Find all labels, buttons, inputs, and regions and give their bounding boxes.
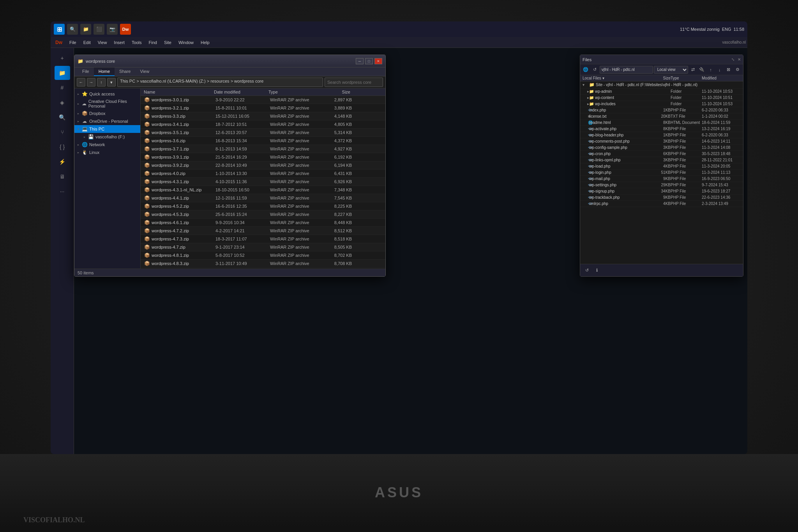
table-row[interactable]: 📦 wordpress-3.5.1.zip 12-6-2013 20:57 Wi… [141, 129, 385, 137]
panel-up-btn[interactable]: ↑ [707, 65, 715, 74]
search-input[interactable] [325, 78, 383, 87]
menu-view[interactable]: View [95, 39, 110, 46]
menu-file[interactable]: File [66, 39, 79, 46]
forward-button[interactable]: → [87, 78, 95, 87]
table-row[interactable]: 📦 wordpress-4.4.1.zip 12-1-2016 11:59 Wi… [141, 194, 385, 202]
menu-window[interactable]: Window [175, 39, 197, 46]
windows-button[interactable]: ⊞ [54, 24, 65, 35]
panel-refresh-btn[interactable]: ↺ [591, 65, 599, 74]
dw-tool-more[interactable]: ··· [55, 184, 70, 198]
panel-site-btn[interactable]: 🌐 [582, 65, 590, 74]
table-row[interactable]: 📦 wordpress-4.8.3.zip 3-11-2017 10:49 Wi… [141, 260, 385, 268]
dw-tool-server[interactable]: 🖥 [55, 170, 70, 184]
menu-help[interactable]: Help [198, 39, 213, 46]
panel-bottom-refresh[interactable]: ↺ [583, 266, 591, 275]
table-row[interactable]: 📦 wordpress-4.3.1-nl_NL.zip 18-10-2015 1… [141, 186, 385, 194]
tab-file[interactable]: File [78, 67, 94, 76]
nav-item-this-pc[interactable]: ▾ 💻 This PC [74, 125, 140, 133]
panel-site-root[interactable]: ▾ 📁 Site - vjfnl - HdR - pdtc.nl (F:\Web… [580, 81, 743, 88]
table-row[interactable]: 📦 wordpress-4.8.1.zip 5-8-2017 10:52 Win… [141, 251, 385, 260]
nav-item-dropbox[interactable]: ▸ 📦 Dropbox [74, 110, 140, 117]
nav-item-creative-cloud[interactable]: ▸ ☁ Creative Cloud Files Personal [74, 98, 140, 110]
recent-button[interactable]: ▾ [107, 78, 116, 87]
table-row[interactable]: 📦 wordpress-3.0.1.zip 3-9-2010 22:22 Win… [141, 96, 385, 104]
tab-share[interactable]: Share [115, 67, 135, 76]
maximize-button[interactable]: □ [365, 58, 373, 64]
table-row[interactable]: 📦 wordpress-3.3.zip 15-12-2011 16:05 Win… [141, 112, 385, 120]
menu-edit[interactable]: Edit [80, 39, 94, 46]
search-taskbar-icon[interactable]: 🔍 [67, 24, 78, 35]
list-item[interactable]: <> wp-mail.php 9KB PHP File 16-9-2023 06… [580, 176, 743, 182]
dw-tool-insert[interactable]: + [55, 51, 70, 65]
panel-down-btn[interactable]: ↓ [715, 65, 724, 74]
view-selector[interactable]: Local view Remote view [654, 66, 688, 74]
list-item[interactable]: <> wp-login.php 51KB PHP File 11-3-2024 … [580, 170, 743, 176]
back-button[interactable]: ← [77, 78, 85, 87]
panel-close-icon[interactable]: ✕ [738, 57, 741, 62]
list-item[interactable]: <> index.php 1KB PHP File 6-2-2020 06:33 [580, 107, 743, 113]
nav-item-onedrive[interactable]: ▸ ☁ OneDrive - Personal [74, 117, 140, 125]
list-item[interactable]: <> wp-activate.php 8KB PHP File 13-2-202… [580, 126, 743, 132]
table-row[interactable]: 📦 wordpress-3.4.1.zip 18-7-2012 10:51 Wi… [141, 120, 385, 129]
panel-sync-btn[interactable]: ⇄ [689, 65, 697, 74]
list-item[interactable]: ≡ license.txt 20KB TXT File 1-1-2024 00:… [580, 113, 743, 120]
dw-tool-behavior[interactable]: ⚡ [55, 155, 70, 169]
dw-tool-search[interactable]: 🔍 [55, 110, 70, 124]
nav-item-linux[interactable]: ▸ 🐧 Linux [74, 148, 140, 156]
table-row[interactable]: 📦 wordpress-4.3.1.zip 4-10-2015 11:36 Wi… [141, 178, 385, 186]
close-button[interactable]: ✕ [374, 58, 382, 64]
panel-expand-icon[interactable]: ⤡ [731, 57, 734, 62]
col-header-type[interactable]: Type [268, 90, 319, 94]
menu-insert[interactable]: Insert [111, 39, 128, 46]
dw-tool-snippets[interactable]: { } [55, 140, 70, 154]
taskbar-icon-1[interactable]: 📁 [80, 24, 91, 35]
panel-stop-btn[interactable]: ⊠ [724, 65, 733, 74]
dw-tool-files[interactable]: 📁 [55, 66, 70, 80]
dreamweaver-taskbar-icon[interactable]: Dw [120, 24, 131, 35]
table-row[interactable]: 📦 wordpress-4.5.2.zip 16-6-2016 12:35 Wi… [141, 202, 385, 210]
list-item[interactable]: <> wp-links-opml.php 3KB PHP File 28-11-… [580, 157, 743, 163]
nav-item-quick-access[interactable]: ▸ ⭐ Quick access [74, 90, 140, 98]
tab-view[interactable]: View [135, 67, 154, 76]
col-header-name[interactable]: Name [144, 90, 214, 94]
list-item[interactable]: ▸ 📁 wp-content Folder 11-10-2024 10:51 [580, 95, 743, 101]
table-row[interactable]: 📦 wordpress-3.9.1.zip 21-5-2014 16:29 Wi… [141, 153, 385, 161]
list-item[interactable]: <> wp-settings.php 29KB PHP File 9-7-202… [580, 182, 743, 188]
taskbar-icon-3[interactable]: 📷 [107, 24, 118, 35]
table-row[interactable]: 📦 wordpress-4.7.2.zip 4-2-2017 14:21 Win… [141, 227, 385, 235]
list-item[interactable]: ▸ 📁 wp-includes Folder 11-10-2024 10:53 [580, 101, 743, 107]
dw-tool-assets[interactable]: ◈ [55, 95, 70, 110]
table-row[interactable]: 📦 wordpress-4.5.3.zip 25-6-2016 15:24 Wi… [141, 210, 385, 219]
list-item[interactable]: <> wp-cron.php 6KB PHP File 30-5-2023 18… [580, 151, 743, 157]
list-item[interactable]: <> wp-config-sample.php 3KB PHP File 11-… [580, 145, 743, 151]
menu-site[interactable]: Site [161, 39, 175, 46]
list-item[interactable]: <> wp-trackback.php 9KB PHP File 22-6-20… [580, 194, 743, 201]
list-item[interactable]: <> xmlrpc.php 4KB PHP File 2-3-2024 13:4… [580, 201, 743, 207]
table-row[interactable]: 📦 wordpress-4.0.zip 1-10-2014 13:30 WinR… [141, 170, 385, 178]
table-row[interactable]: 📦 wordpress-4.6.1.zip 9-9-2016 10:34 Win… [141, 219, 385, 227]
nav-item-network[interactable]: ▸ 🌐 Network [74, 141, 140, 148]
table-row[interactable]: 📦 wordpress-3.7.1.zip 8-11-2013 14:59 Wi… [141, 145, 385, 153]
list-item[interactable]: <> wp-signup.php 34KB PHP File 19-6-2023… [580, 188, 743, 194]
nav-item-vascofialho-drive[interactable]: ▸ 💾 vascofialho (F:) [74, 133, 140, 141]
minimize-button[interactable]: ─ [356, 58, 364, 64]
list-item[interactable]: <> wp-load.php 4KB PHP File 11-3-2024 20… [580, 163, 743, 170]
table-row[interactable]: 📦 wordpress-3.2.1.zip 15-8-2011 10:01 Wi… [141, 104, 385, 112]
tab-home[interactable]: Home [94, 67, 115, 76]
dw-tool-css[interactable]: # [55, 81, 70, 95]
panel-bottom-info[interactable]: ℹ [593, 266, 601, 275]
list-item[interactable]: 🌐 readme.html 8KB HTML Document 18-6-202… [580, 120, 743, 126]
taskbar-icon-2[interactable]: ⬛ [94, 24, 104, 35]
up-button[interactable]: ↑ [97, 78, 106, 87]
dw-tool-git[interactable]: ⑂ [55, 125, 70, 139]
list-item[interactable]: ▸ 📁 wp-admin Folder 11-10-2024 10:53 [580, 88, 743, 95]
list-item[interactable]: <> wp-blog-header.php 1KB PHP File 6-2-2… [580, 132, 743, 138]
menu-find[interactable]: Find [146, 39, 160, 46]
menu-tools[interactable]: Tools [129, 39, 145, 46]
table-row[interactable]: 📦 wordpress-3.9.2.zip 22-8-2014 10:49 Wi… [141, 161, 385, 170]
col-header-date[interactable]: Date modified [214, 90, 268, 94]
panel-settings-btn[interactable]: ⚙ [733, 65, 742, 74]
table-row[interactable]: 📦 wordpress-3.6.zip 16-8-2013 15:34 WinR… [141, 137, 385, 145]
panel-connect-btn[interactable]: 🔌 [698, 65, 706, 74]
site-selector[interactable] [600, 66, 653, 74]
